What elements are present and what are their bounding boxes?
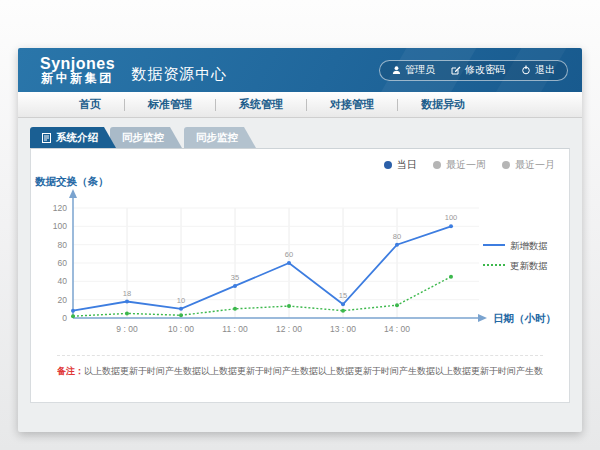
svg-text:35: 35 <box>231 273 239 282</box>
header-bar: Synjones 新中新集团 数据资源中心 管理员 修改密码 <box>18 48 582 92</box>
filter-label: 最近一月 <box>515 158 555 172</box>
radio-icon <box>502 161 510 169</box>
filter-label: 当日 <box>397 158 417 172</box>
svg-text:日期（小时）: 日期（小时） <box>493 312 556 325</box>
nav-item-interface-mgmt[interactable]: 对接管理 <box>307 97 397 112</box>
svg-text:15: 15 <box>339 291 347 300</box>
nav-item-standard-mgmt[interactable]: 标准管理 <box>125 97 215 112</box>
svg-text:11 : 00: 11 : 00 <box>222 324 248 334</box>
logo-text-cn: 新中新集团 <box>40 72 115 85</box>
tab-system-intro[interactable]: 系统介绍 <box>30 127 116 148</box>
svg-text:40: 40 <box>58 276 68 286</box>
filter-today[interactable]: 当日 <box>384 158 417 172</box>
tab-sync-monitor-2[interactable]: 同步监控 <box>184 127 256 148</box>
svg-text:10 : 00: 10 : 00 <box>168 324 194 334</box>
tab-label: 同步监控 <box>196 131 238 145</box>
main-nav: 首页 标准管理 系统管理 对接管理 数据异动 <box>18 92 582 118</box>
footnote: 备注：以上数据更新于时间产生数据以上数据更新于时间产生数据以上数据更新于时间产生… <box>57 355 543 378</box>
svg-text:12 : 00: 12 : 00 <box>276 324 302 334</box>
svg-text:80: 80 <box>393 232 401 241</box>
footnote-label: 备注： <box>57 366 84 376</box>
svg-text:60: 60 <box>285 250 293 259</box>
tab-sync-monitor-1[interactable]: 同步监控 <box>110 127 182 148</box>
document-icon <box>42 133 51 143</box>
logo-text-en: Synjones <box>40 55 115 73</box>
svg-text:0: 0 <box>62 313 67 323</box>
svg-text:数据交换（条）: 数据交换（条） <box>34 175 109 188</box>
user-icon <box>392 65 401 75</box>
tab-bar: 系统介绍 同步监控 同步监控 <box>30 127 582 148</box>
svg-text:80: 80 <box>58 240 68 250</box>
logout-label: 退出 <box>535 63 555 77</box>
user-label: 管理员 <box>405 63 435 77</box>
filter-last-week[interactable]: 最近一周 <box>433 158 486 172</box>
svg-text:100: 100 <box>53 221 67 231</box>
svg-text:14 : 00: 14 : 00 <box>384 324 410 334</box>
svg-text:9 : 00: 9 : 00 <box>116 324 138 334</box>
company-logo: Synjones 新中新集团 <box>40 55 115 86</box>
change-password-button[interactable]: 修改密码 <box>451 63 505 77</box>
tab-label: 系统介绍 <box>56 131 98 145</box>
svg-text:20: 20 <box>58 295 68 305</box>
svg-text:100: 100 <box>445 213 458 222</box>
svg-text:10: 10 <box>177 296 185 305</box>
svg-text:更新数据: 更新数据 <box>510 260 548 271</box>
nav-item-system-mgmt[interactable]: 系统管理 <box>216 97 306 112</box>
edit-icon <box>451 65 461 75</box>
logout-button[interactable]: 退出 <box>521 63 555 77</box>
user-button[interactable]: 管理员 <box>392 63 435 77</box>
data-exchange-chart: 0204060801001209 : 0010 : 0011 : 0012 : … <box>31 173 571 353</box>
svg-text:120: 120 <box>53 203 67 213</box>
header-user-actions: 管理员 修改密码 退出 <box>379 60 568 81</box>
filter-label: 最近一周 <box>446 158 486 172</box>
content-card: 当日 最近一周 最近一月 0204060801001209 : 0010 : 0… <box>30 148 570 403</box>
svg-text:新增数据: 新增数据 <box>510 240 548 251</box>
radio-icon <box>433 161 441 169</box>
svg-text:18: 18 <box>123 289 131 298</box>
filter-last-month[interactable]: 最近一月 <box>502 158 555 172</box>
app-window: Synjones 新中新集团 数据资源中心 管理员 修改密码 <box>18 48 582 432</box>
svg-text:13 : 00: 13 : 00 <box>330 324 356 334</box>
radio-selected-icon <box>384 161 392 169</box>
svg-text:60: 60 <box>58 258 68 268</box>
page-background: Synjones 新中新集团 数据资源中心 管理员 修改密码 <box>0 0 600 450</box>
tab-label: 同步监控 <box>122 131 164 145</box>
nav-item-data-change[interactable]: 数据异动 <box>398 97 488 112</box>
change-password-label: 修改密码 <box>465 63 505 77</box>
nav-item-home[interactable]: 首页 <box>56 97 124 112</box>
footnote-text: 以上数据更新于时间产生数据以上数据更新于时间产生数据以上数据更新于时间产生数据以… <box>84 366 543 376</box>
power-icon <box>521 65 531 75</box>
page-title: 数据资源中心 <box>131 65 227 84</box>
chart-filters: 当日 最近一周 最近一月 <box>384 158 555 172</box>
